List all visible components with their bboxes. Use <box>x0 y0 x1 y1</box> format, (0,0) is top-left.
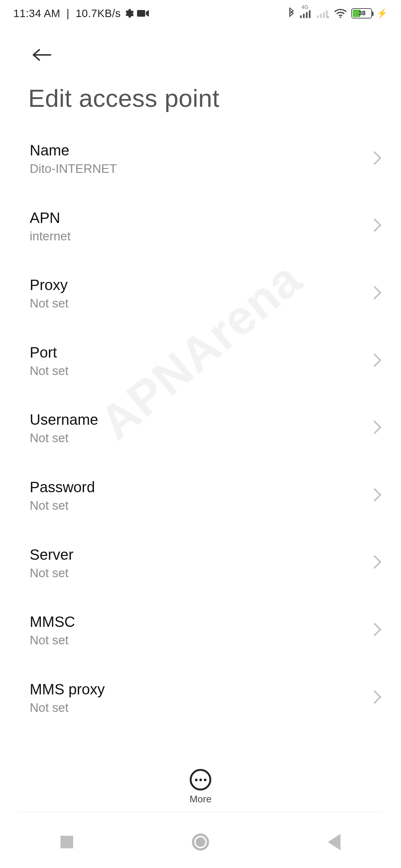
svg-text:×: × <box>327 14 330 18</box>
row-username[interactable]: Username Not set <box>0 394 401 462</box>
row-value: Not set <box>30 633 368 648</box>
settings-gear-icon <box>124 8 134 19</box>
row-mmsc[interactable]: MMSC Not set <box>0 596 401 664</box>
svg-point-11 <box>340 17 341 18</box>
chevron-right-icon <box>373 487 382 504</box>
chevron-right-icon <box>373 555 382 571</box>
signal-sim1-icon: 4G <box>300 9 313 18</box>
status-bar: 11:34 AM | 10.7KB/s 4G × <box>0 0 401 27</box>
row-proxy[interactable]: Proxy Not set <box>0 260 401 327</box>
status-time: 11:34 AM <box>13 7 61 20</box>
row-value: internet <box>30 229 368 244</box>
row-name[interactable]: Name Dito-INTERNET <box>0 125 401 193</box>
chevron-right-icon <box>373 151 382 167</box>
row-label: Name <box>30 141 368 159</box>
row-value: Not set <box>30 296 368 311</box>
row-password[interactable]: Password Not set <box>0 462 401 529</box>
row-value: Not set <box>30 566 368 581</box>
status-data-rate: 10.7KB/s <box>76 7 121 20</box>
status-separator: | <box>63 7 73 20</box>
charging-bolt-icon: ⚡ <box>376 8 388 19</box>
divider <box>19 812 382 812</box>
row-label: Port <box>30 343 368 361</box>
back-button[interactable] <box>28 42 55 68</box>
row-label: Proxy <box>30 276 368 294</box>
row-label: Password <box>30 478 368 496</box>
chevron-right-icon <box>373 218 382 234</box>
row-label: APN <box>30 209 368 227</box>
row-mms-proxy[interactable]: MMS proxy Not set <box>0 664 401 731</box>
nav-home-button[interactable] <box>192 833 209 851</box>
row-label: Username <box>30 411 368 428</box>
chevron-right-icon <box>373 420 382 436</box>
svg-rect-0 <box>137 10 145 17</box>
svg-rect-1 <box>300 16 302 18</box>
chevron-right-icon <box>373 285 382 302</box>
svg-rect-6 <box>317 16 319 18</box>
page-title: Edit access point <box>0 68 401 125</box>
svg-rect-7 <box>320 14 322 18</box>
nav-recent-button[interactable] <box>58 833 76 851</box>
row-value: Not set <box>30 498 368 513</box>
svg-rect-3 <box>306 12 308 18</box>
row-label: MMSC <box>30 613 368 631</box>
chevron-right-icon <box>373 353 382 369</box>
row-value: Not set <box>30 700 368 715</box>
svg-rect-8 <box>323 12 325 18</box>
row-port[interactable]: Port Not set <box>0 327 401 395</box>
row-value: Dito-INTERNET <box>30 161 368 176</box>
battery-icon: 38 <box>351 8 372 19</box>
row-label: MMS proxy <box>30 680 368 698</box>
row-value: Not set <box>30 364 368 378</box>
system-nav-bar <box>0 816 401 868</box>
settings-list: Name Dito-INTERNET APN internet Proxy No… <box>0 125 401 731</box>
chevron-right-icon <box>373 690 382 706</box>
row-value: Not set <box>30 431 368 445</box>
camera-icon <box>137 9 150 18</box>
wifi-icon <box>334 9 347 18</box>
row-apn[interactable]: APN internet <box>0 193 401 260</box>
nav-back-button[interactable] <box>325 833 343 851</box>
chevron-right-icon <box>373 622 382 638</box>
row-server[interactable]: Server Not set <box>0 529 401 597</box>
more-label: More <box>189 793 211 805</box>
more-button[interactable]: More <box>0 769 401 805</box>
bluetooth-icon <box>287 7 296 19</box>
more-icon <box>190 769 211 790</box>
signal-sim2-icon: × <box>317 9 330 18</box>
row-label: Server <box>30 546 368 563</box>
svg-rect-4 <box>309 10 311 18</box>
svg-rect-2 <box>303 14 305 18</box>
